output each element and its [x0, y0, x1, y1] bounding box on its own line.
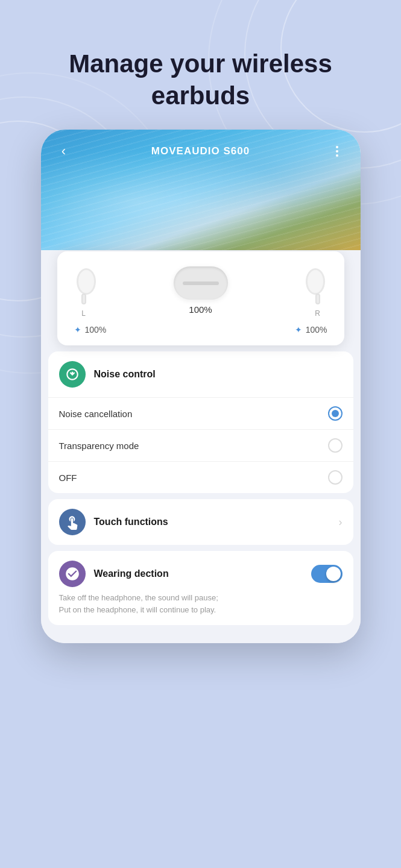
- case-battery-percent: 100%: [189, 304, 212, 315]
- case-hinge: [183, 281, 219, 285]
- noise-cancellation-label: Noise cancellation: [59, 409, 133, 419]
- touch-functions-row[interactable]: Touch functions ›: [48, 499, 353, 545]
- more-button[interactable]: [326, 140, 348, 162]
- earbuds-display: L 100% R: [69, 263, 332, 318]
- wearing-detection-title: Wearing dection: [94, 568, 169, 579]
- wearing-section: Wearing dection Take off the headphone, …: [48, 551, 353, 625]
- wearing-detection-card: Wearing dection Take off the headphone, …: [48, 551, 353, 625]
- right-bluetooth-icon: ✦: [295, 325, 302, 335]
- right-battery-item: ✦ 100%: [295, 325, 327, 335]
- more-dot-2: [336, 150, 338, 153]
- left-earbud-image: [69, 263, 98, 307]
- transparency-mode-option[interactable]: Transparency mode: [48, 429, 353, 461]
- transparency-mode-radio[interactable]: [328, 438, 343, 453]
- wearing-header: Wearing dection: [59, 561, 343, 587]
- noise-control-icon: [59, 361, 86, 388]
- noise-cancellation-radio[interactable]: [328, 406, 343, 421]
- noise-icon-svg: [65, 366, 80, 382]
- touch-functions-left: Touch functions: [59, 509, 168, 535]
- toggle-knob: [326, 567, 341, 581]
- wearing-left: Wearing dection: [59, 561, 169, 587]
- noise-cancellation-option[interactable]: Noise cancellation: [48, 397, 353, 429]
- noise-control-title: Noise control: [94, 369, 156, 380]
- touch-icon-svg: [65, 514, 80, 530]
- page-heading: Manage your wireless earbuds: [0, 0, 401, 130]
- svg-point-5: [308, 270, 323, 293]
- svg-rect-3: [83, 295, 85, 303]
- case-body: [174, 266, 228, 300]
- wearing-detection-description: Take off the headphone, the sound will p…: [59, 592, 343, 615]
- wearing-icon-svg: [65, 566, 80, 582]
- transparency-mode-label: Transparency mode: [59, 441, 139, 451]
- right-earbud-image: [303, 263, 332, 307]
- noise-control-header: Noise control: [48, 351, 353, 397]
- touch-functions-title: Touch functions: [94, 517, 168, 527]
- battery-card: L 100% R: [57, 251, 344, 345]
- svg-point-1: [78, 270, 94, 293]
- battery-row: ✦ 100% ✦ 100%: [69, 325, 332, 335]
- left-battery-percent: 100%: [85, 325, 107, 335]
- right-earbud: R: [303, 263, 332, 318]
- phone-header-bg: ‹ MOVEAUDIO S600: [41, 130, 361, 250]
- phone-mockup: ‹ MOVEAUDIO S600: [41, 130, 361, 643]
- wearing-detection-toggle[interactable]: [311, 565, 343, 583]
- svg-rect-7: [317, 295, 319, 303]
- more-dot-1: [336, 146, 338, 148]
- header-nav: ‹ MOVEAUDIO S600: [41, 130, 361, 173]
- left-battery-item: ✦ 100%: [74, 325, 107, 335]
- off-option[interactable]: OFF: [48, 461, 353, 493]
- chevron-right-icon: ›: [339, 516, 343, 529]
- back-button[interactable]: ‹: [53, 140, 75, 162]
- charging-case: 100%: [174, 266, 228, 315]
- page-title: Manage your wireless earbuds: [36, 48, 365, 112]
- off-label: OFF: [59, 473, 77, 483]
- phone-content: L 100% R: [41, 250, 361, 643]
- touch-functions-card[interactable]: Touch functions ›: [48, 499, 353, 545]
- right-label: R: [315, 309, 320, 318]
- device-title: MOVEAUDIO S600: [151, 145, 250, 157]
- touch-functions-icon: [59, 509, 86, 535]
- wearing-detection-icon: [59, 561, 86, 587]
- left-earbud: L: [69, 263, 98, 318]
- left-bluetooth-icon: ✦: [74, 325, 81, 335]
- off-radio[interactable]: [328, 470, 343, 485]
- left-label: L: [81, 309, 86, 318]
- right-battery-percent: 100%: [306, 325, 327, 335]
- more-dot-3: [336, 154, 338, 157]
- noise-control-card: Noise control Noise cancellation Transpa…: [48, 351, 353, 493]
